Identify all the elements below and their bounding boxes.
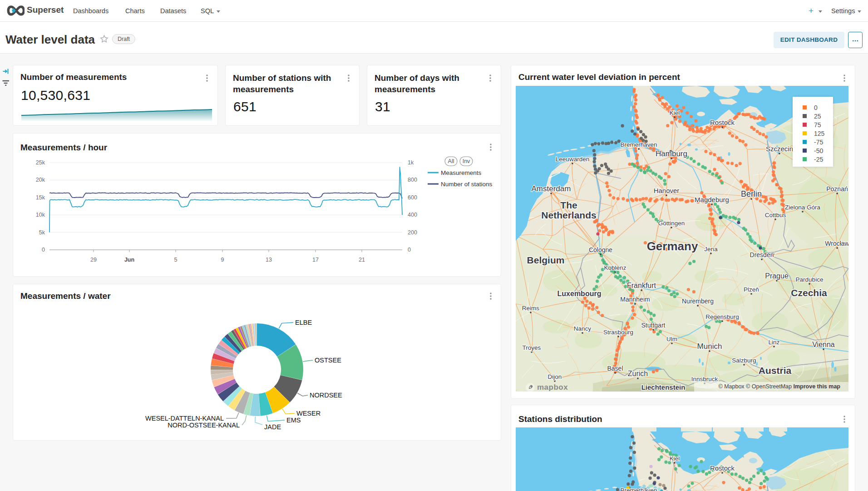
svg-text:Ulm: Ulm [666,336,677,342]
svg-text:WESER: WESER [296,410,321,417]
svg-text:29: 29 [90,257,97,263]
svg-text:Cottbus: Cottbus [765,212,786,218]
svg-text:Nuremberg: Nuremberg [682,298,714,305]
svg-text:21: 21 [359,257,365,263]
svg-text:Jun: Jun [124,257,134,263]
svg-text:Amsterdam: Amsterdam [532,184,571,193]
svg-text:Cologne: Cologne [589,246,612,253]
svg-text:Wrocław: Wrocław [825,240,848,247]
svg-text:EMS: EMS [286,417,301,424]
svg-text:JADE: JADE [264,423,281,431]
svg-text:Czechia: Czechia [791,288,827,298]
svg-text:All: All [448,158,454,164]
svg-text:Measurements: Measurements [441,169,482,176]
svg-text:600: 600 [408,194,417,201]
svg-text:Inv: Inv [463,158,470,164]
svg-text:Jena: Jena [704,246,718,253]
svg-text:Plzeň: Plzeň [744,286,759,293]
svg-text:17: 17 [312,257,319,263]
svg-text:OSTSEE: OSTSEE [315,357,341,364]
svg-text:Reims: Reims [522,305,540,312]
svg-text:Poznań: Poznań [826,185,848,193]
svg-text:NORD-OSTSEE-KANAL: NORD-OSTSEE-KANAL [168,422,240,429]
svg-text:The: The [560,200,577,210]
svg-text:0: 0 [408,247,411,253]
svg-text:400: 400 [408,212,417,218]
svg-text:20k: 20k [36,177,45,183]
svg-text:Number of stations: Number of stations [441,181,493,188]
svg-text:Zurich: Zurich [628,370,648,377]
svg-text:Zielona Góra: Zielona Góra [785,204,821,211]
svg-text:Strasbourg: Strasbourg [603,329,633,336]
svg-text:Prague: Prague [765,272,789,280]
svg-text:5: 5 [174,257,178,263]
svg-text:15k: 15k [36,194,45,201]
svg-text:0: 0 [42,247,45,253]
svg-text:Regensburg: Regensburg [705,313,739,320]
svg-text:Netherlands: Netherlands [541,210,596,220]
svg-text:Hanover: Hanover [654,187,680,194]
svg-text:Liechtenstein: Liechtenstein [641,383,686,391]
svg-text:Berlin: Berlin [741,189,762,198]
svg-text:Pardubice: Pardubice [796,276,824,283]
svg-text:Austria: Austria [759,365,792,376]
svg-text:Luxembourg: Luxembourg [557,290,602,298]
svg-text:Kiel: Kiel [670,109,680,116]
svg-text:800: 800 [408,177,417,183]
svg-text:NORDSEE: NORDSEE [310,392,342,399]
svg-text:200: 200 [408,229,417,236]
svg-text:Germany: Germany [647,239,698,253]
svg-text:13: 13 [266,257,272,263]
svg-text:Mannheim: Mannheim [620,296,650,303]
svg-text:Stuttgart: Stuttgart [641,322,666,329]
svg-text:1k: 1k [408,159,414,166]
svg-text:Belgium: Belgium [527,255,565,265]
svg-text:Troyes: Troyes [523,344,541,351]
svg-text:5k: 5k [39,229,45,236]
svg-text:25k: 25k [36,159,45,166]
svg-text:Göttingen: Göttingen [658,220,685,227]
svg-text:9: 9 [221,257,224,263]
svg-text:Kiel: Kiel [670,455,680,462]
svg-text:WESEL-DATTELN-KANAL: WESEL-DATTELN-KANAL [145,415,224,422]
svg-text:Munich: Munich [697,342,722,351]
svg-text:Linz: Linz [769,339,780,346]
svg-text:Leeuwarden: Leeuwarden [556,156,589,163]
svg-text:Szczecin: Szczecin [766,145,793,153]
svg-text:Innsbruck: Innsbruck [691,376,718,382]
svg-text:Dresden: Dresden [750,251,774,258]
svg-text:Bremerhaven: Bremerhaven [620,487,657,491]
svg-text:Salzburg: Salzburg [732,357,756,364]
svg-text:Bremerhaven: Bremerhaven [620,141,657,148]
svg-text:Vienna: Vienna [812,341,835,348]
svg-text:Magdeburg: Magdeburg [695,196,729,203]
svg-text:Nancy: Nancy [574,325,592,332]
svg-text:Rostock: Rostock [710,464,735,472]
svg-text:Hamburg: Hamburg [656,149,687,158]
svg-text:Rostock: Rostock [710,119,735,126]
svg-text:Dijon: Dijon [548,373,562,380]
svg-text:ELBE: ELBE [295,319,312,326]
svg-text:Frankfurt: Frankfurt [627,282,656,289]
svg-text:Koblenz: Koblenz [604,264,626,271]
svg-text:10k: 10k [36,212,45,218]
svg-text:Basel: Basel [607,365,623,372]
